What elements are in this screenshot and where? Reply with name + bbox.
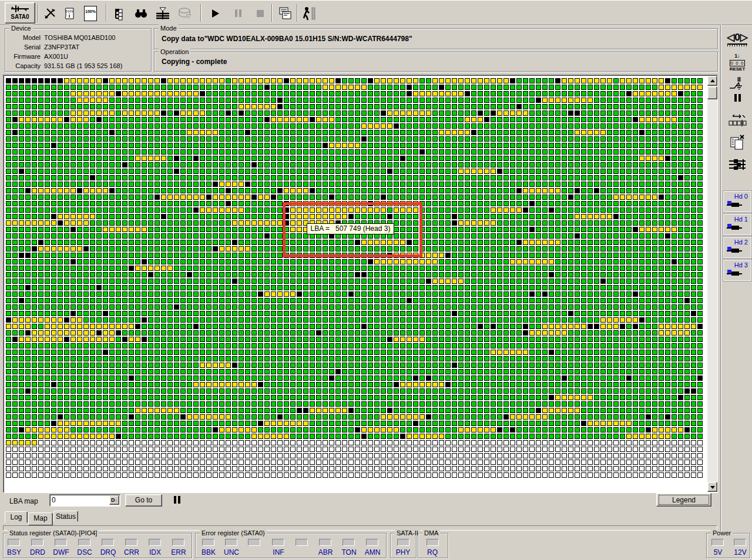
operation-group-title: Operation (159, 48, 190, 55)
ruler-icon (727, 43, 747, 46)
led-12v (734, 539, 746, 546)
heads-map-icon (728, 113, 747, 128)
scrollbar-thumb[interactable] (707, 86, 717, 99)
pause-bar-icon (734, 94, 737, 102)
map-vertical-scrollbar[interactable] (707, 76, 717, 492)
tab-map[interactable]: Map (28, 512, 53, 525)
main-toolbar: SATA0 0101 i 100% (0, 0, 752, 25)
legend-button[interactable]: Legend (656, 493, 711, 507)
status-label-err: ERR (167, 548, 190, 556)
status-strip (3, 525, 717, 531)
tree-button[interactable] (110, 5, 127, 22)
lba-input-box: D↓ (49, 494, 120, 507)
mode-group-title: Mode (159, 25, 179, 32)
status-register-groupbox: Status register (SATA0)-[PIO4] BSY DRD D… (3, 533, 192, 558)
status-label-dwf: DWF (50, 548, 72, 556)
reset-statistics-button[interactable]: 1↓ 0 0 0 RESET (724, 53, 751, 72)
mode-groupbox: Mode Copy data to"WDC WD10EALX-009BA0 15… (154, 28, 718, 49)
led-err (172, 539, 184, 546)
relay-switch-icon (728, 75, 746, 92)
hd2-button[interactable]: Hd 2 (723, 237, 751, 258)
hd3-button[interactable]: Hd 3 (723, 260, 751, 281)
status-label-crr: CRR (120, 548, 143, 556)
percent-doc-icon: 100% (84, 6, 97, 21)
counter-reset-button[interactable]: ◁0▷ (724, 32, 751, 46)
led-rq (427, 539, 439, 546)
power-switch-button[interactable] (724, 75, 751, 92)
drive-head-icon (727, 245, 742, 253)
sector-map-canvas[interactable] (5, 78, 703, 478)
led-bbk (202, 539, 214, 546)
operation-value: Copying - complete (162, 58, 227, 66)
toolbar-separator (106, 4, 107, 22)
reset-text-label: RESET (724, 66, 751, 72)
lba-dropdown-button[interactable]: D↓ (109, 495, 119, 505)
sata0-port-button[interactable]: SATA0 (5, 2, 35, 24)
led-dwf (55, 539, 67, 546)
reset-digits-icon: 0 0 0 (730, 60, 746, 66)
start-button[interactable] (207, 5, 224, 22)
bus-connectors-icon (728, 157, 747, 172)
toolbar-separator (200, 4, 202, 22)
stop-button[interactable] (251, 5, 269, 22)
pause-button[interactable] (229, 5, 247, 22)
led-drd (31, 539, 43, 546)
hd1-button[interactable]: Hd 1 (723, 214, 751, 235)
power-label-12v: 12V (729, 548, 751, 556)
error-register-title: Error register (SATA0) (200, 529, 267, 536)
sata2-label-phy: PHY (392, 548, 414, 556)
stop-icon (257, 10, 264, 17)
copy-button[interactable] (276, 5, 294, 22)
tab-log[interactable]: Log (5, 511, 28, 523)
dma-group-title: DMA (422, 529, 440, 536)
pause-bar-icon (178, 496, 180, 504)
power-label-5v: 5V (707, 548, 729, 556)
error-label-abr: ABR (314, 548, 337, 556)
pause-process-button[interactable] (724, 94, 751, 103)
hd0-button[interactable]: Hd 0 (723, 191, 751, 212)
lba-input[interactable] (52, 496, 108, 504)
goto-button[interactable]: Go to (125, 494, 162, 507)
lba-tooltip: LBA = 507 749 (Head 3) (307, 223, 394, 234)
scroll-down-button[interactable] (707, 482, 717, 492)
map-pause-indicator[interactable] (174, 496, 180, 505)
exit-button[interactable] (301, 5, 318, 22)
scroll-up-button[interactable] (707, 76, 717, 86)
device-field-label: Firmware (5, 53, 41, 60)
sata0-button-label: SATA0 (5, 14, 35, 20)
clear-copy-button[interactable] (724, 134, 751, 152)
error-label-unc: UNC (220, 548, 243, 556)
led-dsc (78, 539, 90, 546)
led-unc (225, 539, 237, 546)
bus-config-button[interactable] (724, 157, 751, 172)
percent-doc-button[interactable]: 100% (82, 5, 99, 22)
script-info-icon: 0101 i (62, 6, 76, 21)
tools-button[interactable] (41, 5, 59, 22)
sata2-groupbox: SATA-II PHY (390, 533, 417, 558)
search-button[interactable] (132, 5, 150, 22)
red-down-arrow-icon: ↓ (115, 497, 118, 503)
led-idx (149, 539, 161, 546)
error-label-amn: AMN (361, 548, 384, 556)
led-5v (711, 539, 724, 546)
pause-bar-icon (738, 94, 741, 102)
toolbar-separator (38, 4, 39, 22)
database-button[interactable] (176, 5, 194, 22)
device-field-label: Serial (5, 43, 41, 51)
script-info-button[interactable]: 0101 i (61, 5, 78, 22)
led-amn (366, 539, 378, 546)
binoculars-icon (134, 6, 148, 21)
tab-status[interactable]: Status (53, 511, 78, 522)
sata2-group-title: SATA-II (395, 529, 420, 536)
dma-label-rq: RQ (421, 548, 444, 556)
device-group-title: Device (9, 25, 33, 32)
reset-one-icon: 1↓ (724, 53, 751, 59)
device-model-value: TOSHIBA MQ01ABD100 (44, 34, 115, 41)
led-abr (319, 539, 331, 546)
status-label-idx: IDX (144, 548, 166, 556)
led-phy (397, 539, 409, 546)
svg-text:i: i (69, 13, 70, 19)
merge-button[interactable] (154, 5, 172, 22)
head-select-button[interactable] (724, 113, 751, 128)
arrow-up-icon (710, 79, 715, 82)
